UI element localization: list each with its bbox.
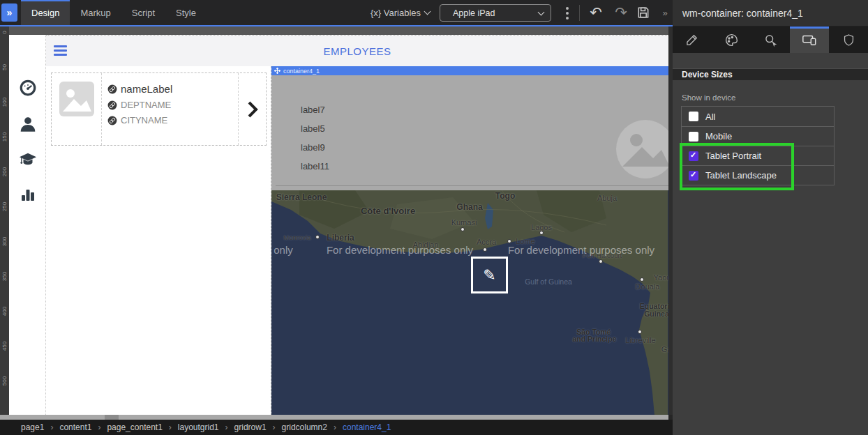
show-in-device-label: Show in device [682,93,735,102]
collapse-panel-button[interactable]: » [657,0,673,25]
device-sizes-header: Device Sizes [673,68,868,80]
ruler-tick: 150 [1,130,8,144]
collapse-sidebar-button[interactable]: » [1,3,17,22]
kebab-menu-icon[interactable] [562,6,572,21]
breadcrumb-item[interactable]: layoutgrid1 [163,422,219,432]
tab-properties[interactable] [673,26,712,53]
checkbox[interactable] [689,112,698,121]
map-place-label: and Príncipe [572,335,616,343]
device-option-row[interactable]: Tablet Portrait [682,146,834,165]
editor-tab[interactable]: Markup [70,0,121,25]
ruler-tick: 300 [1,234,8,249]
bound-label-widget[interactable]: CITYNAME [107,115,172,125]
dashboard-icon[interactable] [19,79,37,97]
editor-tab[interactable]: Style [165,0,207,25]
user-icon[interactable] [19,115,37,133]
inspect-icon [763,33,778,47]
picture-cell [52,73,102,145]
breadcrumb-item[interactable]: page1 [21,422,44,432]
toolbar-divider [579,5,580,21]
editor-tab[interactable]: Script [121,0,165,25]
editor-tabs: DesignMarkupScriptStyle [21,0,207,25]
redo-button[interactable]: ↷ [611,0,631,25]
ruler-tick: 50 [1,60,8,75]
scrollbar-handle[interactable] [105,415,119,420]
selection-label: container4_1 [283,68,320,75]
education-icon[interactable] [19,150,37,168]
label-widget[interactable]: label7 [301,100,329,119]
breadcrumb: page1content1page_content1layoutgrid1gri… [0,420,673,435]
device-option-row[interactable]: All [682,107,834,126]
app-window: » DesignMarkupScriptStyle {x} Variables … [0,0,868,435]
chevron-right-icon[interactable] [246,100,259,119]
palette-icon [724,33,739,47]
horizontal-ruler [9,26,668,35]
city-marker-icon [507,239,511,243]
breadcrumb-item[interactable]: page_content1 [91,422,162,432]
labels-panel[interactable]: label7label5label9label11 [271,75,668,190]
selection-label-strip[interactable]: container4_1 [271,66,668,75]
ruler-tick: 0 [1,25,8,40]
label-widget[interactable]: label11 [301,157,329,176]
card-text-rows: nameLabel DEPTNAME CITYNAME [107,83,172,130]
device-option-label: Tablet Landscape [705,170,777,181]
tab-device-sizes[interactable] [790,26,829,53]
bound-label-widget[interactable]: DEPTNAME [107,100,172,110]
breadcrumb-item[interactable]: gridcolumn2 [267,422,327,432]
bind-icon [107,84,117,94]
breadcrumb-item[interactable]: container4_1 [327,422,391,432]
device-option-row[interactable]: Mobile [682,126,834,146]
device-option-row[interactable]: Tablet Landscape [682,165,834,185]
image-placeholder-icon[interactable] [59,81,95,117]
device-preview-select[interactable]: Apple iPad [440,4,551,22]
bound-label-widget[interactable]: nameLabel [107,83,172,95]
bind-icon [107,100,117,110]
checkbox[interactable] [689,132,698,142]
save-button[interactable] [634,0,653,25]
map-place-label: Côte d'Ivoire [361,206,415,216]
tab-inspect[interactable] [751,26,790,53]
horizontal-scrollbar[interactable] [0,415,668,420]
pencil-icon [685,33,699,47]
divider [276,185,668,186]
editor-tab[interactable]: Design [21,0,70,25]
label-widget[interactable]: label9 [301,138,329,157]
undo-button[interactable]: ↶ [586,0,606,25]
map-place-label: Gulf of Guinea [525,277,572,286]
checkbox[interactable] [689,171,698,181]
ruler-tick: 200 [1,165,8,179]
variables-label: {x} Variables [371,8,421,18]
map-edit-marker[interactable]: ✎ [471,257,508,293]
city-marker-icon [599,259,603,264]
checkbox[interactable] [689,151,698,161]
google-map-widget[interactable]: Sierra LeoneCôte d'IvoireGhanaTogoAbujaK… [271,190,668,415]
vertical-ruler: 050100150200250300350400450500 [0,26,9,415]
map-place-label: Kumasi [451,218,477,227]
save-icon [636,6,650,20]
tab-security[interactable] [829,26,868,53]
dev-watermark: For development purposes only [508,244,654,256]
label-widget[interactable]: label5 [301,119,329,138]
bind-icon [107,116,117,125]
city-marker-icon [315,235,320,239]
page-nav-sidebar [9,35,46,415]
ruler-tick: 100 [1,95,8,109]
bar-chart-icon[interactable] [19,185,37,204]
chevron-cell [238,73,266,145]
page-title: EMPLOYEES [46,36,668,66]
tab-styles[interactable] [712,26,751,53]
design-canvas: EMPLOYEES nameLabel [46,35,668,415]
app-header-bar[interactable]: EMPLOYEES [46,36,668,66]
chevron-down-icon [538,8,545,15]
selected-container4_1[interactable]: container4_1 label7label5label9label11 [271,66,668,415]
map-place-label: Sierra Leone [276,192,327,202]
device-option-label: Mobile [705,131,732,142]
breadcrumb-item[interactable]: gridrow1 [219,422,267,432]
map-place-label: Liberia [327,233,354,243]
map-place-label: Yaou [654,273,668,282]
image-placeholder-icon[interactable] [615,119,668,179]
breadcrumb-item[interactable]: content1 [44,422,91,432]
employee-list-item-widget[interactable]: nameLabel DEPTNAME CITYNAME [51,72,267,146]
variables-menu[interactable]: {x} Variables [371,0,430,25]
dev-watermark: only [274,244,293,256]
